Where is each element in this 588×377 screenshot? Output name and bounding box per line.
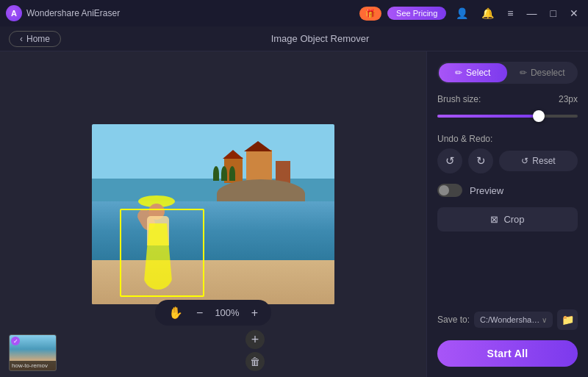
select-brush-icon: ✏ xyxy=(455,68,462,78)
toggle-thumb xyxy=(439,185,449,195)
person-area xyxy=(132,201,184,290)
titlebar-left: A Wondershare AniEraser xyxy=(6,5,120,21)
undo-redo-section: Undo & Redo: ↺ ↻ ↺ Reset xyxy=(437,134,578,173)
brush-size-label: Brush size: 23px xyxy=(437,94,578,104)
app-logo: A xyxy=(6,5,22,21)
undo-redo-row: ↺ ↻ ↺ Reset xyxy=(437,148,578,173)
roof-left xyxy=(223,150,243,159)
maximize-button[interactable]: □ xyxy=(547,6,560,21)
brush-size-section: Brush size: 23px xyxy=(437,94,578,123)
see-pricing-button[interactable]: See Pricing xyxy=(387,7,446,20)
water xyxy=(92,201,334,260)
island xyxy=(209,135,312,209)
start-all-button[interactable]: Start All xyxy=(437,340,578,367)
deselect-tab[interactable]: ✏ Deselect xyxy=(509,63,577,82)
reset-icon: ↺ xyxy=(521,156,528,166)
save-to-row: Save to: C:/Wondershare AniEraser/li ∨ 📁 xyxy=(437,309,578,330)
zoom-out-button[interactable]: − xyxy=(195,305,204,321)
home-arrow-icon: ‹ xyxy=(20,34,23,44)
right-panel: ✏ Select ✏ Deselect Brush size: 23px xyxy=(426,51,588,377)
minimize-button[interactable]: — xyxy=(523,6,541,21)
thumbnail-check: ✓ xyxy=(11,337,20,345)
close-button[interactable]: ✕ xyxy=(566,6,582,21)
brush-size-thumb[interactable] xyxy=(533,110,545,122)
folder-button[interactable]: 📁 xyxy=(557,309,578,330)
spacer xyxy=(437,242,578,299)
folder-icon: 📁 xyxy=(562,314,574,326)
main-layout: ✋ − 100% + ✓ how-to-remov + 🗑 ✏ Select xyxy=(0,51,588,377)
home-button[interactable]: ‹ Home xyxy=(9,31,61,47)
select-deselect-row: ✏ Select ✏ Deselect xyxy=(437,62,578,84)
image-container[interactable] xyxy=(92,124,334,304)
add-image-button[interactable]: + xyxy=(245,330,265,349)
beach xyxy=(92,260,334,304)
canvas-area[interactable]: ✋ − 100% + ✓ how-to-remov + 🗑 xyxy=(0,51,426,377)
save-path-selector[interactable]: C:/Wondershare AniEraser/li ∨ xyxy=(474,312,553,328)
titlebar-right: 🎁 See Pricing 👤 🔔 ≡ — □ ✕ xyxy=(359,6,582,21)
notification-icon-btn[interactable]: 🔔 xyxy=(478,6,498,21)
chevron-down-icon: ∨ xyxy=(542,316,547,324)
redo-button[interactable]: ↻ xyxy=(468,148,493,173)
preview-label: Preview xyxy=(470,185,503,196)
zoom-level: 100% xyxy=(215,307,239,318)
preview-row: Preview xyxy=(437,184,578,197)
zoom-in-button[interactable]: + xyxy=(250,305,259,321)
deselect-brush-icon: ✏ xyxy=(520,68,527,78)
thumbnail-label: how-to-remov xyxy=(10,361,56,370)
thumbnail-actions: + 🗑 xyxy=(245,330,265,371)
roof-main xyxy=(244,141,272,151)
delete-image-button[interactable]: 🗑 xyxy=(245,352,265,371)
titlebar: A Wondershare AniEraser 🎁 See Pricing 👤 … xyxy=(0,0,588,26)
menu-icon-btn[interactable]: ≡ xyxy=(503,6,517,21)
select-tab[interactable]: ✏ Select xyxy=(439,63,507,82)
thumbnail-item[interactable]: ✓ how-to-remov xyxy=(9,334,57,371)
building-right xyxy=(276,161,290,183)
building-main xyxy=(246,150,272,183)
reset-button[interactable]: ↺ Reset xyxy=(499,151,578,171)
app-title: Wondershare AniEraser xyxy=(26,8,120,18)
thumbnail-strip: ✓ how-to-remov xyxy=(9,334,57,371)
hand-tool-button[interactable]: ✋ xyxy=(167,304,184,321)
main-image[interactable] xyxy=(92,124,334,304)
user-icon-btn[interactable]: 👤 xyxy=(452,6,472,21)
crop-icon: ⊠ xyxy=(490,214,498,225)
crop-button[interactable]: ⊠ Crop xyxy=(437,207,578,231)
brush-size-value: 23px xyxy=(559,94,578,104)
undo-button[interactable]: ↺ xyxy=(437,148,462,173)
save-to-label: Save to: xyxy=(437,315,470,325)
undo-redo-label: Undo & Redo: xyxy=(437,134,578,144)
trees xyxy=(213,166,235,181)
toolbar-title: Image Object Remover xyxy=(61,33,579,44)
canvas-controls: ✋ − 100% + xyxy=(155,300,271,326)
toolbar: ‹ Home Image Object Remover xyxy=(0,26,588,51)
preview-toggle[interactable] xyxy=(437,184,462,197)
gift-icon-btn[interactable]: 🎁 xyxy=(359,7,381,21)
